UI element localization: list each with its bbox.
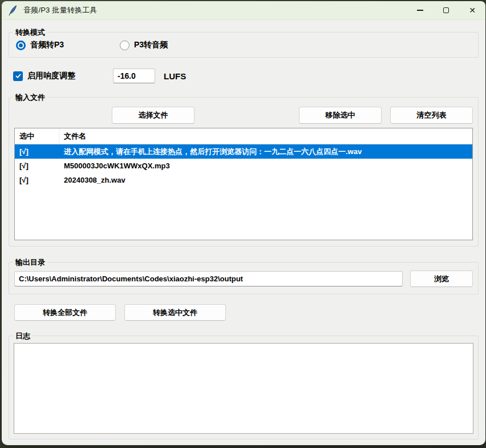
row-checked-cell: [√] bbox=[15, 176, 59, 184]
radio-p3-to-audio-label: P3转音频 bbox=[134, 40, 168, 50]
table-row[interactable]: [√] M500003J0cWK1WWxQX.mp3 bbox=[15, 159, 472, 173]
output-dir-label: 输出目录 bbox=[13, 257, 47, 267]
maximize-icon bbox=[443, 7, 449, 13]
conversion-mode-group: 转换模式 音频转P3 P3转音频 bbox=[9, 32, 479, 58]
app-body: 转换模式 音频转P3 P3转音频 启用响度调整 -16.0 LUFS bbox=[2, 20, 485, 445]
lufs-unit-label: LUFS bbox=[164, 71, 186, 81]
log-textarea[interactable] bbox=[14, 343, 473, 434]
input-files-group: 输入文件 选择文件 移除选中 清空列表 选中 文件名 [√] 进入配网模式，请在… bbox=[9, 97, 479, 247]
minimize-icon bbox=[417, 10, 423, 10]
check-icon bbox=[15, 72, 22, 79]
clear-list-button[interactable]: 清空列表 bbox=[390, 107, 473, 124]
close-button[interactable]: ✕ bbox=[459, 1, 485, 19]
browse-button[interactable]: 浏览 bbox=[410, 271, 473, 287]
radio-unselected-icon bbox=[120, 41, 129, 50]
select-files-button[interactable]: 选择文件 bbox=[112, 107, 195, 124]
window-title: 音频/P3 批量转换工具 bbox=[23, 5, 98, 15]
remove-selected-button[interactable]: 移除选中 bbox=[299, 107, 382, 124]
file-table[interactable]: 选中 文件名 [√] 进入配网模式，请在手机上连接热点，然后打开浏览器访问：一九… bbox=[14, 128, 473, 240]
output-dir-group: 输出目录 C:\Users\Administrator\Documents\Co… bbox=[9, 262, 479, 294]
column-header-filename[interactable]: 文件名 bbox=[59, 131, 472, 142]
action-buttons-row: 转换全部文件 转换选中文件 bbox=[9, 304, 479, 321]
titlebar[interactable]: 音频/P3 批量转换工具 ✕ bbox=[2, 1, 485, 20]
loudness-checkbox[interactable] bbox=[13, 71, 23, 81]
loudness-row: 启用响度调整 -16.0 LUFS bbox=[9, 68, 479, 83]
file-buttons-row: 选择文件 移除选中 清空列表 bbox=[14, 107, 473, 124]
row-filename-cell: M500003J0cWK1WWxQX.mp3 bbox=[59, 162, 472, 170]
radio-selected-icon bbox=[16, 41, 26, 50]
loudness-checkbox-label: 启用响度调整 bbox=[27, 71, 75, 81]
conversion-mode-label: 转换模式 bbox=[13, 27, 47, 37]
convert-all-button[interactable]: 转换全部文件 bbox=[14, 304, 116, 321]
minimize-button[interactable] bbox=[407, 1, 433, 19]
output-path-input[interactable]: C:\Users\Administrator\Documents\Codes\x… bbox=[14, 271, 403, 286]
log-group: 日志 bbox=[9, 336, 479, 439]
lufs-value-input[interactable]: -16.0 bbox=[113, 68, 155, 83]
radio-p3-to-audio[interactable]: P3转音频 bbox=[120, 40, 168, 50]
log-label: 日志 bbox=[13, 331, 33, 341]
row-filename-cell: 20240308_zh.wav bbox=[59, 176, 472, 184]
column-header-checked[interactable]: 选中 bbox=[15, 128, 59, 144]
maximize-button[interactable] bbox=[433, 1, 459, 19]
table-row[interactable]: [√] 20240308_zh.wav bbox=[15, 173, 472, 187]
row-filename-cell: 进入配网模式，请在手机上连接热点，然后打开浏览器访问：一九二点一六八点四点一.w… bbox=[59, 147, 472, 157]
row-checked-cell: [√] bbox=[15, 162, 59, 170]
app-window: 音频/P3 批量转换工具 ✕ 转换模式 音频转P3 P3转音频 bbox=[2, 1, 485, 445]
table-row[interactable]: [√] 进入配网模式，请在手机上连接热点，然后打开浏览器访问：一九二点一六八点四… bbox=[15, 144, 472, 159]
file-table-header: 选中 文件名 bbox=[15, 128, 472, 144]
app-feather-icon bbox=[9, 5, 18, 16]
radio-audio-to-p3[interactable]: 音频转P3 bbox=[16, 40, 120, 50]
radio-audio-to-p3-label: 音频转P3 bbox=[30, 40, 64, 50]
input-files-label: 输入文件 bbox=[13, 92, 47, 102]
convert-selected-button[interactable]: 转换选中文件 bbox=[124, 304, 226, 321]
row-checked-cell: [√] bbox=[15, 147, 59, 156]
close-icon: ✕ bbox=[469, 6, 476, 14]
